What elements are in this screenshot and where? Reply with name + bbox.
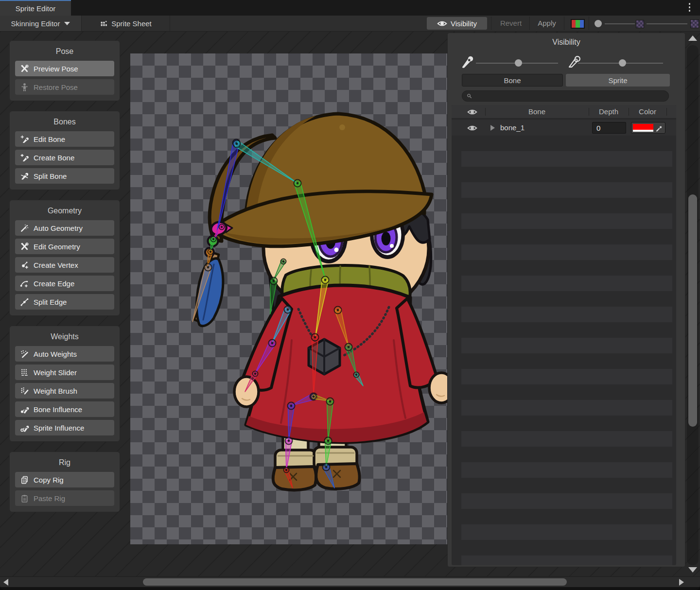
weight-brush-button[interactable]: Weight Brush: [15, 383, 114, 399]
eye-icon[interactable]: [467, 107, 477, 117]
edit-geometry-button[interactable]: Edit Geometry: [15, 239, 114, 254]
zebra-row: [461, 384, 672, 400]
scroll-down-arrow[interactable]: [688, 567, 697, 573]
kebab-menu-icon[interactable]: [689, 3, 691, 12]
column-separator: [666, 108, 667, 116]
eyedropper-icon[interactable]: [655, 123, 664, 132]
auto-weights-button[interactable]: Auto Weights: [15, 346, 114, 362]
bone-solid-icon: [460, 56, 473, 69]
visibility-panel: Visibility Bone Sprite Bone Depth: [447, 33, 685, 567]
weight-brush-label: Weight Brush: [34, 387, 77, 395]
chevron-down-icon: [64, 22, 70, 25]
create-vertex-label: Create Vertex: [34, 261, 78, 269]
tab-bone[interactable]: Bone: [462, 74, 563, 87]
zebra-row: [461, 213, 672, 229]
expand-arrow-icon[interactable]: [490, 125, 495, 131]
edit-bone-button[interactable]: Edit Bone: [15, 131, 114, 147]
sprite-sheet-icon: [100, 19, 108, 28]
rgb-channels-icon[interactable]: [571, 19, 585, 29]
bone-split-icon: [20, 172, 29, 181]
opacity-slider-knob[interactable]: [595, 20, 602, 27]
split-bone-label: Split Bone: [34, 172, 67, 180]
scroll-up-arrow[interactable]: [688, 35, 697, 41]
copy-rig-button[interactable]: Copy Rig: [15, 472, 114, 487]
crossed-tools-icon: [20, 242, 29, 251]
column-header-bone[interactable]: Bone: [485, 105, 589, 119]
zebra-row: [461, 322, 672, 338]
horizontal-scrollbar[interactable]: [0, 576, 700, 587]
zebra-row: [461, 462, 672, 478]
sprite-influence-button[interactable]: Sprite Influence: [15, 420, 114, 435]
split-edge-label: Split Edge: [34, 298, 67, 306]
restore-pose-button: Restore Pose: [15, 79, 114, 95]
create-vertex-button[interactable]: Create Vertex: [15, 257, 114, 273]
zebra-row: [461, 151, 672, 167]
zebra-row: [461, 198, 672, 213]
search-input[interactable]: [475, 92, 665, 101]
group-title-geometry: Geometry: [15, 205, 114, 217]
opacity-slider-track[interactable]: [605, 23, 635, 24]
depth-input[interactable]: [592, 122, 626, 134]
tool-group-pose: PosePreview PoseRestore Pose: [9, 40, 120, 101]
split-edge-button[interactable]: Split Edge: [15, 294, 114, 310]
vertical-scrollbar-thumb[interactable]: [688, 194, 697, 427]
zebra-row: [461, 540, 672, 555]
group-title-rig: Rig: [15, 457, 114, 469]
auto-geometry-button[interactable]: Auto Geometry: [15, 220, 114, 236]
bone-name[interactable]: bone_1: [500, 120, 525, 136]
zebra-row: [461, 400, 672, 416]
auto-weights-label: Auto Weights: [34, 350, 77, 358]
split-bone-button[interactable]: Split Bone: [15, 168, 114, 184]
scroll-right-arrow[interactable]: [679, 579, 684, 586]
column-header-depth[interactable]: Depth: [589, 105, 629, 119]
edge-create-icon: [20, 279, 29, 288]
bone-influence-button[interactable]: Bone Influence: [15, 401, 114, 417]
create-edge-button[interactable]: Create Edge: [15, 276, 114, 291]
preview-pose-button[interactable]: Preview Pose: [15, 61, 114, 76]
bone-influence-icon: [20, 405, 29, 414]
apply-button[interactable]: Apply: [531, 16, 563, 31]
create-bone-label: Create Bone: [34, 154, 74, 162]
tab-bar: Sprite Editor: [0, 0, 700, 16]
create-edge-label: Create Edge: [34, 279, 74, 288]
checker-swatch-icon[interactable]: [636, 20, 644, 28]
bone-opacity-slider-knob[interactable]: [515, 59, 522, 67]
zebra-row: [461, 260, 672, 276]
auto-geometry-label: Auto Geometry: [34, 224, 83, 232]
zebra-row: [461, 524, 672, 540]
zebra-row: [461, 182, 672, 198]
eye-icon[interactable]: [467, 123, 477, 133]
group-title-bones: Bones: [15, 116, 114, 128]
tab-sprite[interactable]: Sprite: [566, 74, 670, 87]
dots-brush-icon: [20, 386, 29, 396]
eye-icon: [437, 18, 447, 29]
sprite-opacity-slider-knob[interactable]: [619, 59, 626, 67]
bone-edit-icon: [20, 135, 29, 144]
copy-rig-label: Copy Rig: [34, 476, 64, 484]
create-bone-button[interactable]: Create Bone: [15, 150, 114, 165]
sprite-sheet-button[interactable]: Sprite Sheet: [82, 16, 170, 31]
zebra-row: [461, 478, 672, 493]
paste-icon: [20, 494, 29, 503]
bone-color-swatch[interactable]: [633, 124, 653, 130]
crossed-tools-icon: [20, 64, 29, 73]
separator: [589, 17, 589, 30]
paste-rig-button: Paste Rig: [15, 490, 114, 506]
horizontal-scrollbar-thumb[interactable]: [143, 578, 567, 586]
tab-sprite-editor[interactable]: Sprite Editor: [0, 0, 71, 16]
column-header-color[interactable]: Color: [629, 105, 666, 119]
character-canvas: [130, 53, 447, 544]
skinning-editor-dropdown[interactable]: Skinning Editor: [0, 16, 82, 31]
search-icon: [466, 93, 472, 99]
scroll-left-arrow[interactable]: [3, 579, 8, 586]
bone-color-field[interactable]: [631, 122, 665, 134]
visibility-toggle-button[interactable]: Visibility: [427, 17, 487, 30]
zebra-row: [461, 229, 672, 244]
weight-slider-button[interactable]: Weight Slider: [15, 364, 114, 380]
checker-swatch-icon-2[interactable]: [690, 19, 699, 28]
search-field: [462, 90, 669, 102]
weight-slider-label: Weight Slider: [34, 368, 77, 377]
opacity-slider-track-2[interactable]: [647, 23, 687, 24]
bone-row[interactable]: bone_1: [452, 120, 676, 136]
dots-grid-icon: [20, 368, 29, 377]
